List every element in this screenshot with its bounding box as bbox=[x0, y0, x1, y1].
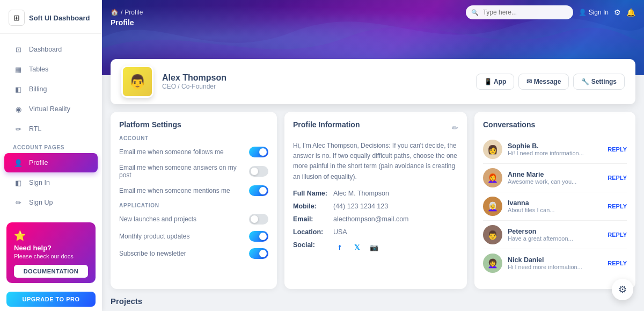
app-button[interactable]: 📱 App bbox=[476, 74, 514, 90]
settings-button[interactable]: 🔧 Settings bbox=[573, 74, 625, 90]
nav-icon-virtual-reality: ◉ bbox=[13, 104, 24, 114]
conv-avatar-anne: 👩‍🦰 bbox=[483, 168, 502, 187]
nav-icon-rtl: ✏ bbox=[13, 124, 24, 134]
documentation-button[interactable]: DOCUMENTATION bbox=[14, 265, 88, 278]
account-icon-sign-up: ✏ bbox=[13, 197, 24, 208]
settings-icon[interactable]: ⚙ bbox=[614, 8, 621, 17]
search-area: 👤 Sign In ⚙ 🔔 bbox=[466, 5, 635, 19]
nav-label-virtual-reality: Virtual Reality bbox=[29, 105, 70, 113]
toggle-row-monthly: Monthly product updates bbox=[119, 231, 268, 242]
settings-fab[interactable]: ⚙ bbox=[612, 279, 633, 300]
account-icon-sign-in: ◧ bbox=[13, 177, 24, 188]
nav-icon-tables: ▦ bbox=[13, 64, 24, 75]
sidebar-account-item-profile[interactable]: 👤Profile bbox=[4, 153, 98, 172]
conv-avatar-nick: 👩‍🦱 bbox=[483, 254, 502, 273]
toggle-follows[interactable] bbox=[249, 147, 268, 157]
upgrade-button[interactable]: UPGRADE TO PRO bbox=[6, 292, 96, 307]
twitter-icon[interactable]: 𝕏 bbox=[350, 241, 363, 254]
profile-field-row-3: Location: USA bbox=[293, 228, 458, 236]
profile-field-value-3: USA bbox=[333, 228, 347, 236]
nav-icon-dashboard: ⊡ bbox=[13, 44, 24, 55]
conv-name-peterson: Peterson bbox=[508, 228, 602, 235]
profile-field-label-1: Mobile: bbox=[293, 202, 333, 210]
edit-icon[interactable]: ✏ bbox=[452, 124, 458, 132]
toggle-row-newsletter: Subscribe to newsletter bbox=[119, 248, 268, 259]
breadcrumb-page: Profile bbox=[125, 9, 143, 16]
reply-button-nick[interactable]: REPLY bbox=[608, 260, 627, 266]
conv-msg-ivanna: About files I can... bbox=[508, 207, 602, 213]
toggle-newsletter[interactable] bbox=[249, 248, 268, 259]
conv-content-ivanna: Ivanna About files I can... bbox=[508, 199, 602, 213]
profile-info-title: Profile Information bbox=[293, 120, 360, 129]
nav-label-billing: Billing bbox=[29, 85, 47, 93]
toggle-row-launches: New launches and projects bbox=[119, 214, 268, 225]
toggle-row-mentions: Email me when someone mentions me bbox=[119, 185, 268, 196]
sidebar-item-tables[interactable]: ▦Tables bbox=[4, 60, 98, 79]
profile-field-value-2: alecthompson@mail.com bbox=[333, 215, 409, 223]
facebook-icon[interactable]: f bbox=[333, 241, 346, 254]
profile-name: Alex Thompson bbox=[162, 73, 467, 83]
toggle-label-launches: New launches and projects bbox=[119, 215, 196, 223]
help-subtitle: Please check our docs bbox=[14, 253, 88, 259]
profile-field-label-social: Social: bbox=[293, 241, 333, 254]
instagram-icon[interactable]: 📷 bbox=[368, 241, 380, 254]
profile-info-header: Profile Information ✏ bbox=[293, 120, 458, 135]
toggle-monthly[interactable] bbox=[249, 231, 268, 242]
reply-button-peterson[interactable]: REPLY bbox=[608, 232, 627, 238]
conv-avatar-peterson: 👨 bbox=[483, 225, 502, 244]
toggle-answers[interactable] bbox=[249, 166, 268, 177]
conv-content-anne: Anne Marie Awesome work, can you... bbox=[508, 171, 602, 185]
sidebar-account-item-sign-up[interactable]: ✏Sign Up bbox=[4, 193, 98, 212]
search-input[interactable] bbox=[466, 5, 573, 19]
profile-info: Alex Thompson CEO / Co-Founder bbox=[162, 73, 467, 90]
breadcrumb-separator: / bbox=[121, 9, 122, 16]
toggle-mentions[interactable] bbox=[249, 185, 268, 196]
account-label-sign-up: Sign Up bbox=[29, 199, 53, 206]
reply-button-sophie[interactable]: REPLY bbox=[608, 146, 627, 153]
conv-content-peterson: Peterson Have a great afternoon... bbox=[508, 228, 602, 242]
account-icon-profile: 👤 bbox=[13, 157, 24, 168]
conv-name-sophie: Sophie B. bbox=[508, 142, 602, 150]
profile-field-row-1: Mobile: (44) 123 1234 123 bbox=[293, 202, 458, 210]
breadcrumb: 🏠 / Profile Profile bbox=[111, 9, 143, 16]
sidebar-account-item-sign-in[interactable]: ◧Sign In bbox=[4, 173, 98, 192]
search-wrapper bbox=[466, 5, 573, 19]
sidebar-item-billing[interactable]: ◧Billing bbox=[4, 79, 98, 99]
profile-field-label-2: Email: bbox=[293, 215, 333, 223]
nav-label-rtl: RTL bbox=[29, 125, 41, 133]
signin-button[interactable]: 👤 Sign In bbox=[579, 9, 609, 16]
toggle-row-follows: Email me when someone follows me bbox=[119, 147, 268, 157]
projects-label: Projects bbox=[102, 296, 644, 311]
conv-content-nick: Nick Daniel Hi I need more information..… bbox=[508, 256, 602, 270]
sidebar-item-rtl[interactable]: ✏RTL bbox=[4, 119, 98, 139]
nav-label-tables: Tables bbox=[29, 66, 48, 73]
conv-name-ivanna: Ivanna bbox=[508, 199, 602, 207]
help-star-icon: ⭐ bbox=[14, 230, 88, 242]
sidebar-item-virtual-reality[interactable]: ◉Virtual Reality bbox=[4, 99, 98, 119]
conversations-title: Conversations bbox=[483, 120, 627, 129]
account-label-sign-in: Sign In bbox=[29, 179, 50, 186]
settings-fab-icon: ⚙ bbox=[618, 284, 627, 295]
conversation-item-sophie: 👩 Sophie B. Hi! I need more information.… bbox=[483, 135, 627, 164]
reply-button-anne[interactable]: REPLY bbox=[608, 175, 627, 181]
conversation-item-anne: 👩‍🦰 Anne Marie Awesome work, can you... … bbox=[483, 164, 627, 192]
reply-button-ivanna[interactable]: REPLY bbox=[608, 203, 627, 209]
account-section-label: ACCOUNT PAGES bbox=[0, 139, 102, 153]
platform-settings-title: Platform Settings bbox=[119, 120, 268, 129]
toggle-label-monthly: Monthly product updates bbox=[119, 233, 189, 240]
sidebar-help-box: ⭐ Need help? Please check our docs DOCUM… bbox=[6, 222, 96, 283]
sidebar-item-dashboard[interactable]: ⊡Dashboard bbox=[4, 40, 98, 59]
sidebar: ⊞ Soft UI Dashboard ⊡Dashboard▦Tables◧Bi… bbox=[0, 0, 102, 311]
profile-actions: 📱 App ✉ Message 🔧 Settings bbox=[476, 74, 625, 90]
message-button[interactable]: ✉ Message bbox=[518, 74, 569, 90]
toggle-launches[interactable] bbox=[249, 214, 268, 225]
brand-name: Soft UI Dashboard bbox=[29, 14, 90, 22]
profile-field-label-3: Location: bbox=[293, 228, 333, 236]
home-icon: 🏠 bbox=[111, 9, 119, 16]
brand-icon: ⊞ bbox=[9, 10, 25, 26]
profile-information-card: Profile Information ✏ Hi, I'm Alec Thomp… bbox=[284, 112, 467, 289]
conv-msg-nick: Hi I need more information... bbox=[508, 264, 602, 270]
toggle-label-follows: Email me when someone follows me bbox=[119, 148, 224, 156]
conv-avatar-img-anne: 👩‍🦰 bbox=[483, 168, 502, 187]
bell-icon[interactable]: 🔔 bbox=[626, 8, 635, 17]
